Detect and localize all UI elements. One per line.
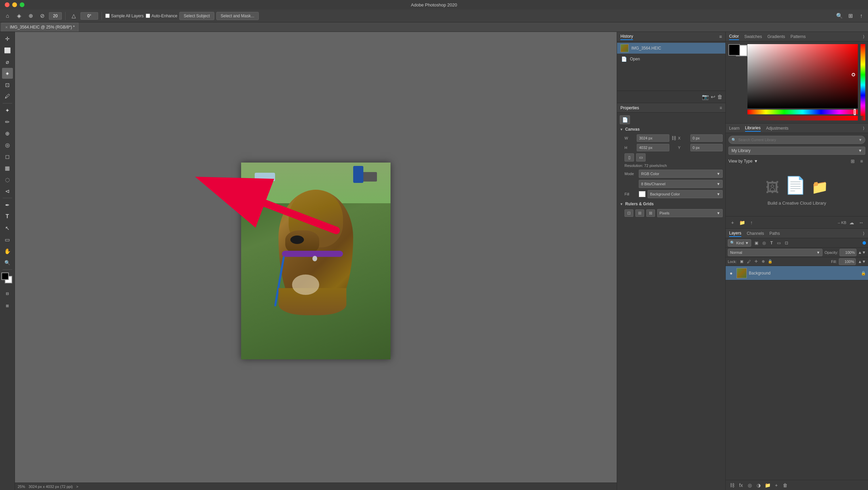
canvas-y-input[interactable]: 0 px [690, 144, 723, 151]
lib-search-input[interactable] [738, 138, 856, 142]
lock-pixels-icon[interactable]: ▣ [739, 259, 745, 265]
layer-folder-icon[interactable]: 📁 [764, 482, 771, 489]
channels-tab[interactable]: Channels [747, 230, 764, 237]
share-icon[interactable]: ↑ [857, 12, 865, 20]
color-hue-bar[interactable] [747, 110, 858, 114]
layer-add-icon[interactable]: + [773, 482, 780, 489]
color-tab[interactable]: Color [729, 33, 739, 40]
layer-delete-icon[interactable]: 🗑 [781, 482, 789, 489]
sample-all-layers-label[interactable]: Sample All Layers [105, 14, 144, 18]
layer-mask-icon[interactable]: ◎ [746, 482, 754, 489]
history-tab[interactable]: History [620, 33, 633, 40]
canvas-area[interactable]: 25% 3024 px x 4032 px (72 ppi) > [15, 32, 617, 490]
layer-filter-pixel-icon[interactable]: ▣ [753, 240, 760, 246]
foreground-color[interactable] [1, 272, 9, 280]
canvas-section-header[interactable]: ▼ Canvas [620, 127, 723, 132]
ruler-units-select[interactable]: Pixels ▼ [657, 209, 723, 217]
ruler-icon-2[interactable]: ⊞ [635, 209, 644, 217]
dodge-tool[interactable]: ⊲ [2, 186, 13, 196]
lib-cloud-icon[interactable]: ☁ [848, 219, 856, 227]
eraser-tool[interactable]: ◻ [2, 151, 13, 162]
shape-tool[interactable]: ▭ [2, 234, 13, 245]
history-new-state-icon[interactable]: ↩ [711, 94, 715, 100]
maximize-button[interactable] [20, 2, 24, 7]
canvas-w-input[interactable]: 3024 px [637, 134, 669, 142]
opacity-stepper-icon[interactable]: ▲▼ [858, 250, 866, 255]
brush-size-input[interactable] [49, 12, 62, 20]
layer-filter-smart-icon[interactable]: ⊡ [783, 240, 790, 246]
layers-tab[interactable]: Layers [729, 230, 741, 237]
lib-sync-icon[interactable]: ↔ [857, 219, 865, 227]
document-tab[interactable]: ✕ IMG_3564.HEIC @ 25% (RGB/8*) * [1, 23, 78, 32]
layer-link-icon[interactable]: ⛓ [728, 482, 736, 489]
history-delete-icon[interactable]: 🗑 [717, 94, 723, 100]
hand-tool[interactable]: ✋ [2, 246, 13, 257]
layer-filter-type-icon[interactable]: T [768, 240, 775, 246]
history-item-1[interactable]: 📄 Open [617, 54, 725, 64]
fg-color-swatch[interactable] [728, 44, 740, 56]
history-brush-tool[interactable]: ◎ [2, 139, 13, 150]
landscape-btn[interactable]: ▭ [636, 153, 646, 162]
layers-blend-select[interactable]: Normal ▼ [728, 249, 822, 256]
pen-tool[interactable]: ✒ [2, 200, 13, 210]
opacity-value[interactable]: 100% [839, 249, 856, 256]
layers-kind-filter[interactable]: 🔍 Kind ▼ [728, 239, 751, 247]
type-tool[interactable]: T [2, 211, 13, 222]
color-panel-expand-icon[interactable]: ⟩ [863, 34, 865, 39]
workspace-icon[interactable]: ⊞ [846, 12, 854, 20]
canvas-link-icon[interactable]: ⛓ [671, 135, 676, 141]
refine-edge-icon[interactable]: ⊕ [26, 11, 35, 21]
lib-grid-view-icon[interactable]: ⊞ [849, 157, 856, 165]
lock-paint-icon[interactable]: 🖊 [746, 259, 752, 265]
color-alpha-bar[interactable] [747, 116, 858, 120]
layers-panel-expand-icon[interactable]: ⟩ [863, 231, 865, 236]
quick-selection-tool[interactable]: ◈ [2, 68, 13, 79]
healing-brush-tool[interactable]: ✦ [2, 105, 13, 116]
lib-folder-icon[interactable]: 📁 [738, 219, 746, 227]
gradients-tab[interactable]: Gradients [767, 34, 785, 40]
canvas-fill-swatch[interactable] [639, 191, 646, 197]
paths-tab[interactable]: Paths [770, 230, 780, 237]
lock-artboard-icon[interactable]: ✛ [753, 259, 759, 265]
close-button[interactable] [5, 2, 10, 7]
properties-menu-icon[interactable]: ≡ [720, 106, 722, 110]
history-item-0[interactable]: IMG_3564.HEIC [617, 43, 725, 54]
lib-view-label[interactable]: View by Type ▼ [728, 159, 758, 164]
crop-tool[interactable]: ⊡ [2, 79, 13, 90]
sample-all-layers-checkbox[interactable] [105, 14, 110, 18]
history-panel-menu-icon[interactable]: ≡ [719, 34, 722, 39]
edit-in-quick-mask[interactable]: ⊟ [2, 288, 13, 299]
brush-tool[interactable]: ✏ [2, 116, 13, 127]
move-tool[interactable]: ✛ [2, 33, 13, 44]
layer-item-0[interactable]: ● Background 🔒 [726, 266, 868, 280]
lib-search-chevron-icon[interactable]: ▼ [858, 138, 862, 142]
layer-effects-icon[interactable]: fx [737, 482, 745, 489]
document-icon-btn[interactable]: 📄 [620, 115, 630, 124]
lib-upload-icon[interactable]: ↑ [747, 219, 756, 227]
layer-filter-adjust-icon[interactable]: ◎ [761, 240, 767, 246]
learn-tab[interactable]: Learn [729, 125, 740, 131]
canvas-fill-select[interactable]: Background Color ▼ [648, 190, 723, 198]
swatches-tab[interactable]: Swatches [744, 34, 762, 40]
libraries-tab[interactable]: Libraries [745, 125, 761, 132]
layer-adjustment-icon[interactable]: ◑ [755, 482, 762, 489]
history-new-snapshot-icon[interactable]: 📷 [702, 94, 709, 100]
patterns-tab[interactable]: Patterns [791, 34, 806, 40]
select-subject-button[interactable]: Select Subject [179, 12, 214, 20]
color-gradient-box[interactable] [747, 44, 858, 108]
rulers-header[interactable]: ▼ Rulers & Grids [620, 202, 723, 206]
ruler-icon-3[interactable]: ⊠ [646, 209, 655, 217]
blur-tool[interactable]: ◌ [2, 174, 13, 185]
canvas-x-input[interactable]: 0 px [690, 134, 723, 142]
adjustments-tab[interactable]: Adjustments [766, 125, 789, 131]
lock-position-icon[interactable]: ⊕ [760, 259, 766, 265]
clone-stamp-tool[interactable]: ⊕ [2, 128, 13, 139]
lasso-icon[interactable]: ⊘ [37, 11, 47, 21]
fill-stepper-icon[interactable]: ▲▼ [858, 259, 866, 264]
layer-filter-shape-icon[interactable]: ▭ [776, 240, 782, 246]
close-tab-icon[interactable]: ✕ [5, 25, 8, 29]
ruler-icon-1[interactable]: ⊡ [625, 209, 633, 217]
auto-enhance-checkbox[interactable] [146, 14, 150, 18]
auto-enhance-label[interactable]: Auto-Enhance [146, 14, 177, 18]
angle-input[interactable] [80, 12, 98, 20]
